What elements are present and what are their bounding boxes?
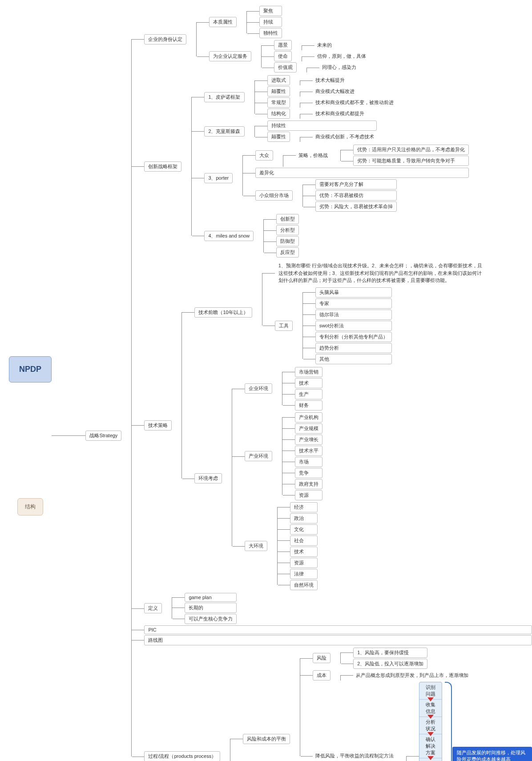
callout: 随产品发展的时间推移，处理风险所花费的成本越来越高 bbox=[452, 747, 532, 761]
risk: 风险 bbox=[313, 653, 330, 663]
diff: 差异化 bbox=[255, 168, 469, 178]
mission: 使命 bbox=[274, 51, 292, 61]
leaf: game plan bbox=[185, 593, 237, 602]
leaf: 策略，价格战 bbox=[296, 151, 330, 160]
step: 分析状况 bbox=[419, 717, 442, 734]
leaf: 自然环境 bbox=[290, 580, 318, 590]
leaf: swot分析法 bbox=[315, 321, 392, 331]
leaf: 政治 bbox=[290, 513, 318, 523]
leaf: 可以产生核心竞争力 bbox=[185, 614, 237, 624]
root-node: NPDP bbox=[9, 356, 52, 383]
innovation-node: 创新战略框架 bbox=[144, 161, 181, 172]
mindmap: NPDP 结构 战略Strategy 企业的身份认定 本质属性 聚焦 持续 独特… bbox=[0, 0, 532, 761]
macro-env: 大环境 bbox=[245, 541, 267, 551]
leaf: 产业增长 bbox=[295, 435, 322, 445]
identity-node: 企业的身份认定 bbox=[144, 34, 186, 44]
leaf: 政府支持 bbox=[295, 479, 322, 489]
arrow-down-icon bbox=[427, 756, 434, 760]
values: 价值观 bbox=[274, 62, 297, 72]
leaf: 竞争 bbox=[295, 468, 322, 478]
brace-icon bbox=[445, 682, 450, 761]
corp-env: 企业环境 bbox=[245, 383, 272, 394]
balance: 风险和成本的平衡 bbox=[243, 734, 290, 744]
leaf: 需要对客户充分了解 bbox=[315, 179, 397, 189]
leaf: 长期的 bbox=[185, 603, 237, 613]
christensen: 2、克里斯滕森 bbox=[204, 126, 244, 137]
service-node: 为企业认定服务 bbox=[209, 51, 251, 61]
leaf: 产业机构 bbox=[295, 412, 322, 423]
leaf: 社会 bbox=[290, 536, 318, 546]
leaf: 聚焦 bbox=[259, 6, 282, 16]
step: 确认解决方案 bbox=[419, 734, 442, 758]
tech-strategy: 技术策略 bbox=[144, 420, 172, 431]
leaf: 创新型 bbox=[276, 214, 299, 224]
leaf: 劣势：风险大，容易被技术革命掉 bbox=[315, 201, 397, 212]
leaf: 颠覆性 bbox=[267, 86, 290, 97]
leaf: 专家 bbox=[315, 298, 392, 309]
leaf: 生产 bbox=[295, 389, 322, 399]
arrow-down-icon bbox=[427, 697, 434, 701]
leaf: 结构化 bbox=[267, 109, 290, 119]
roadmap: 路线图 bbox=[144, 635, 532, 645]
leaf: 优势：适用用户只关注价格的产品，不考虑差异化 bbox=[353, 145, 469, 155]
process: 过程/流程（products process） bbox=[144, 751, 220, 761]
vision: 愿景 bbox=[274, 40, 292, 50]
mass: 大众 bbox=[255, 150, 273, 161]
leaf: 信仰，原则，做，具体 bbox=[314, 52, 369, 61]
process-steps: 识别问题 收集信息 分析状况 确认解决方案 评估解决方案 选择解决方案 执行解决… bbox=[419, 682, 442, 761]
leaf: 反应型 bbox=[276, 247, 299, 258]
tools: 工具 bbox=[275, 321, 293, 331]
essence-node: 本质属性 bbox=[209, 17, 237, 27]
leaf: 持续 bbox=[259, 17, 282, 27]
pisano: 1、皮萨诺框架 bbox=[204, 92, 244, 102]
leaf: 法律 bbox=[290, 569, 318, 579]
leaf: 未来的 bbox=[314, 40, 335, 50]
structure-node: 结构 bbox=[17, 498, 43, 515]
method: 降低风险，平衡收益的流程制定方法 bbox=[313, 751, 396, 761]
leaf: 防御型 bbox=[276, 236, 299, 246]
leaf: 劣势：可能忽略质量，导致用户转向竞争对手 bbox=[353, 156, 469, 166]
cost: 成本 bbox=[313, 670, 330, 680]
leaf: 经济 bbox=[290, 502, 318, 512]
leaf: 趋势分析 bbox=[315, 343, 392, 353]
leaf: 技术水平 bbox=[295, 446, 322, 456]
step: 识别问题 bbox=[419, 682, 442, 700]
leaf: 技术和商业模式都提升 bbox=[313, 109, 367, 118]
leaf: 财务 bbox=[295, 400, 322, 411]
leaf: 商业模式大幅改进 bbox=[313, 87, 357, 96]
porter: 3、porter bbox=[204, 173, 233, 183]
leaf: 文化 bbox=[290, 524, 318, 535]
leaf: 技术 bbox=[295, 378, 322, 388]
leaf: 其他 bbox=[315, 354, 392, 364]
foresight: 技术前瞻（10年以上） bbox=[194, 307, 252, 318]
leaf: 分析型 bbox=[276, 225, 299, 235]
foresight-para: 1、预测在哪些 行业/领域会出现技术升级。2、未来会怎样；，确切来说，会有哪些新… bbox=[275, 260, 488, 286]
leaf: 持续性 bbox=[267, 121, 377, 131]
strategy-label: 战略Strategy bbox=[85, 431, 121, 441]
leaf: 常规型 bbox=[267, 97, 290, 108]
leaf: 独特性 bbox=[259, 28, 282, 38]
connector bbox=[52, 435, 85, 436]
leaf: 从产品概念形成到原型开发，到产品上市，逐渐增加 bbox=[353, 671, 471, 680]
leaf: 同理心，感染力 bbox=[319, 63, 359, 72]
root-column: NPDP 结构 bbox=[9, 356, 52, 515]
leaf: 颠覆性 bbox=[267, 132, 290, 142]
leaf: 资源 bbox=[290, 558, 318, 568]
leaf: 进取式 bbox=[267, 75, 290, 85]
leaf: 专利分析（分析其他专利产品） bbox=[315, 332, 392, 342]
leaf: 德尔菲法 bbox=[315, 310, 392, 320]
leaf: 技术 bbox=[290, 547, 318, 557]
miles-snow: 4、miles and snow bbox=[204, 231, 254, 241]
step: 收集信息 bbox=[419, 700, 442, 717]
definition: 定义 bbox=[144, 603, 162, 613]
leaf: 市场营销 bbox=[295, 367, 322, 377]
arrow-down-icon bbox=[427, 732, 434, 736]
leaf: 商业模式创新，不考虑技术 bbox=[313, 132, 377, 141]
leaf: 技术和商业模式都不变，被推动前进 bbox=[313, 98, 396, 107]
leaf: 2、风险低，投入可以逐渐增加 bbox=[353, 659, 427, 669]
leaf: 1、风险高，要保持缓慢 bbox=[353, 648, 427, 658]
ind-env: 产业环境 bbox=[245, 451, 272, 461]
env: 环境考虑 bbox=[194, 473, 222, 483]
leaf: 技术大幅提升 bbox=[313, 76, 347, 85]
niche: 小众细分市场 bbox=[255, 190, 293, 201]
